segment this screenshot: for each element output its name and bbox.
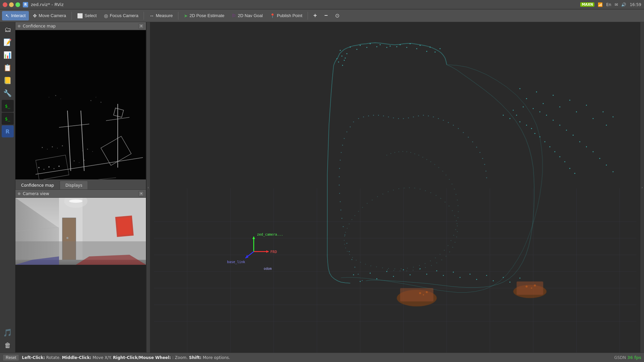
minimize-button[interactable]: [9, 2, 14, 7]
svg-point-269: [444, 250, 445, 250]
measure-button[interactable]: Measure: [146, 11, 176, 20]
zoom-out-button[interactable]: −: [321, 11, 331, 20]
svg-point-33: [84, 160, 85, 161]
sidebar-item-text-editor[interactable]: 📝: [2, 36, 14, 48]
svg-point-224: [346, 243, 347, 243]
svg-point-95: [416, 48, 417, 49]
sidebar-item-terminal1[interactable]: $_: [2, 100, 14, 112]
svg-point-291: [344, 240, 344, 241]
reset-button[interactable]: Reset: [3, 354, 19, 361]
sidebar-item-presentation[interactable]: 📋: [2, 62, 14, 74]
svg-point-336: [387, 269, 388, 270]
left-collapse-handle[interactable]: ‹: [146, 22, 150, 353]
lang-indicator: En: [606, 2, 611, 7]
pose-estimate-button[interactable]: ➤ 2D Pose Estimate: [180, 11, 228, 20]
svg-point-244: [402, 151, 403, 152]
status-hint: Left-Click: Rotate. Middle-Click: Move X…: [22, 355, 230, 360]
svg-point-110: [612, 116, 613, 117]
sidebar-item-spreadsheet[interactable]: 📊: [2, 49, 14, 61]
svg-point-245: [407, 152, 407, 152]
select-button[interactable]: Select: [74, 11, 100, 20]
sidebar-item-notes[interactable]: 📒: [2, 74, 14, 86]
camera-view-close[interactable]: ✕: [139, 191, 144, 196]
confidence-map-window: Confidence map ✕: [15, 22, 146, 190]
close-button[interactable]: [3, 2, 7, 7]
svg-point-112: [543, 103, 544, 104]
svg-point-102: [342, 65, 343, 66]
confidence-map-icon: [17, 24, 21, 28]
sidebar-item-rviz[interactable]: R: [2, 125, 14, 137]
svg-point-253: [438, 167, 439, 168]
right-collapse-handle[interactable]: ›: [640, 22, 644, 353]
svg-point-286: [352, 257, 353, 258]
svg-point-131: [606, 165, 607, 166]
tab-displays[interactable]: Displays: [60, 181, 88, 189]
publish-point-button[interactable]: 📍 Publish Point: [267, 11, 306, 20]
sidebar-item-terminal2[interactable]: $_: [2, 113, 14, 125]
zoom-in-button[interactable]: +: [310, 11, 320, 20]
svg-point-26: [38, 167, 40, 168]
svg-point-104: [519, 88, 520, 89]
select-icon: [77, 13, 83, 18]
focus-camera-button[interactable]: Focus Camera: [101, 11, 142, 20]
svg-text:zed_camera...: zed_camera...: [257, 233, 283, 237]
svg-point-31: [74, 161, 75, 162]
svg-point-216: [339, 176, 339, 177]
svg-point-91: [376, 46, 377, 47]
svg-point-284: [360, 262, 361, 262]
sidebar-item-settings[interactable]: 🔧: [2, 87, 14, 99]
svg-point-137: [531, 128, 532, 129]
svg-point-101: [338, 62, 339, 63]
svg-point-127: [579, 141, 580, 142]
svg-point-278: [394, 268, 395, 269]
svg-point-221: [341, 218, 342, 219]
move-camera-button[interactable]: Move Camera: [30, 11, 69, 20]
svg-point-24: [96, 97, 96, 98]
svg-point-218: [339, 193, 340, 194]
svg-point-133: [509, 118, 511, 119]
svg-point-274: [419, 265, 420, 266]
window-controls[interactable]: [3, 2, 20, 7]
viewport-3d[interactable]: FRD zed_camera... base_link odom: [150, 22, 640, 353]
confidence-map-close[interactable]: ✕: [139, 23, 144, 29]
tab-confidence-map[interactable]: Confidence map: [15, 181, 60, 189]
camera-view-title: Camera view: [23, 191, 137, 196]
svg-point-215: [339, 168, 340, 169]
svg-point-321: [457, 231, 458, 232]
svg-point-258: [454, 189, 455, 189]
svg-point-325: [449, 251, 450, 252]
svg-point-172: [419, 292, 421, 294]
svg-point-296: [352, 219, 352, 220]
maximize-button[interactable]: [15, 2, 20, 7]
svg-point-317: [452, 210, 453, 211]
right-click-label: Right-Click/Mouse Wheel:: [113, 355, 171, 360]
svg-point-326: [446, 256, 446, 256]
interact-button[interactable]: Interact: [2, 11, 29, 20]
svg-point-209: [350, 126, 351, 127]
svg-point-119: [523, 106, 524, 107]
sidebar-item-files[interactable]: 🗂: [2, 23, 14, 36]
svg-point-228: [358, 274, 359, 275]
nav-goal-button[interactable]: ⚐ 2D Nav Goal: [228, 11, 266, 20]
svg-point-183: [378, 115, 379, 116]
fit-view-button[interactable]: ⊙: [332, 11, 343, 20]
svg-point-240: [386, 155, 387, 156]
panel-tabs: Confidence map Displays: [15, 179, 146, 189]
focus-camera-icon: [104, 13, 108, 18]
camera-view-icon: [17, 192, 21, 195]
svg-point-308: [409, 187, 410, 188]
svg-point-260: [457, 200, 458, 200]
wifi-icon: 📶: [598, 2, 603, 7]
svg-point-164: [460, 277, 461, 278]
sidebar-item-trash[interactable]: 🗑: [2, 339, 14, 351]
confidence-map-canvas[interactable]: [15, 30, 146, 179]
clock: 16:59: [630, 2, 641, 7]
confidence-map-svg: [15, 30, 146, 179]
svg-point-287: [349, 254, 350, 255]
sidebar-item-media[interactable]: 🎵: [2, 326, 14, 339]
svg-point-267: [451, 240, 451, 241]
svg-point-255: [446, 175, 446, 175]
svg-point-175: [526, 286, 528, 288]
svg-point-315: [445, 202, 445, 202]
camera-view-canvas[interactable]: [15, 198, 146, 352]
